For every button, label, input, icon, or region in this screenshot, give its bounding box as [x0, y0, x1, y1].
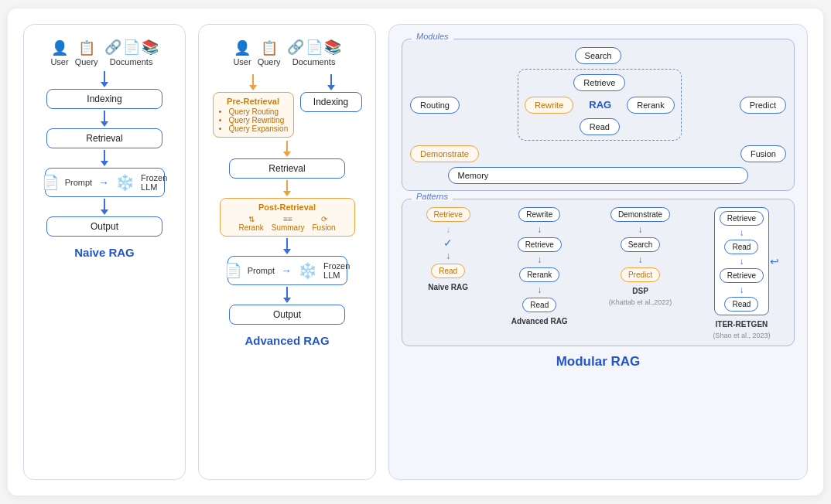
advanced-input-row: 👤 User 📋 Query 🔗 📄 📚 Documents	[233, 39, 340, 66]
middle-row: Rewrite RAG Rerank	[525, 96, 675, 114]
pat-iter-retrieve2: Retrieve	[720, 268, 764, 283]
predict-module: Predict	[740, 97, 786, 114]
adv-output-box: Output	[229, 305, 345, 325]
doc-icon-2: 📄	[123, 39, 140, 56]
naive-rag-title: Naive RAG	[74, 246, 135, 259]
prompt-icon: 📄	[42, 174, 59, 191]
adv-doc-icon-2: 📄	[306, 39, 323, 56]
retrieve-module: Retrieve	[573, 74, 625, 91]
pat-dsp-demonstrate: Demonstrate	[610, 207, 670, 222]
pre-retrieval-box: Pre-Retrieval Query Routing Query Rewrit…	[213, 92, 294, 138]
query-icon: 📋	[78, 41, 95, 55]
patterns-section: Patterns Retrieve ↓ ✓ ↓ Read Naive RAG R…	[402, 199, 795, 346]
adv-user-icon: 👤	[234, 41, 251, 55]
adv-prompt-label: Prompt	[248, 266, 275, 275]
adv-user-label: User	[233, 57, 251, 66]
adv-snowflake-icon: ❄️	[298, 261, 317, 280]
pat-adv-title: Advanced RAG	[511, 317, 568, 325]
modules-section: Modules Search Routing Retrieve Rewrite	[402, 39, 795, 191]
pat-iter-title: ITER-RETGEN	[716, 320, 768, 329]
rerank-icon: ⇅	[248, 215, 255, 223]
pat-iter-read2: Read	[724, 297, 758, 312]
user-input: 👤 User	[50, 41, 68, 66]
arrow-2	[101, 111, 108, 127]
arrow-right: →	[98, 176, 109, 189]
pat-adv-rewrite: Rewrite	[518, 207, 560, 222]
adv-user-input: 👤 User	[233, 41, 251, 66]
post-items-row: ⇅ Rerank ≡≡ Summary ⟳ Fusion	[227, 215, 348, 232]
patterns-label: Patterns	[412, 192, 453, 201]
pat-dsp-title: DSP	[632, 287, 648, 295]
pat-dsp-subtitle: (Khattab et al.,2022)	[609, 298, 672, 306]
adv-indexing-box: Indexing	[300, 92, 362, 112]
iter-box: Retrieve ↓ Read ↓ Retrieve ↓ Read ↩	[714, 207, 769, 315]
adv-llm-row: 📄 Prompt → ❄️ Frozen LLM	[227, 256, 347, 285]
pattern-naive: Retrieve ↓ ✓ ↓ Read Naive RAG	[426, 207, 470, 339]
rag-center: RAG	[580, 96, 621, 114]
demonstrate-module: Demonstrate	[410, 145, 479, 162]
pat-naive-read: Read	[431, 264, 465, 278]
adv-prompt-icon: 📄	[224, 262, 241, 279]
pat-naive-check: ✓	[443, 237, 453, 248]
adv-frozen-llm-label: Frozen LLM	[323, 261, 350, 280]
adv-docs-icons: 🔗 📄 📚	[287, 39, 341, 56]
advanced-rag-title: Advanced RAG	[245, 334, 329, 347]
docs-icons: 🔗 📄 📚	[104, 39, 159, 56]
naive-rag-panel: 👤 User 📋 Query 🔗 📄 📚 Documents Indexing	[23, 24, 186, 480]
pat-adv-rerank: Rerank	[519, 267, 559, 282]
output-box: Output	[46, 216, 162, 237]
modules-row-4: Memory	[410, 167, 786, 184]
modules-row-3: Demonstrate Fusion	[410, 145, 786, 162]
post-summary: ≡≡ Summary	[272, 215, 305, 232]
inner-dashed-area: Retrieve Rewrite RAG Rerank Read	[518, 69, 682, 141]
pat-iter-arrow2: ↓	[739, 257, 744, 266]
pat-adv-retrieve: Retrieve	[518, 237, 562, 252]
pat-naive-arrow1: ↓	[446, 225, 450, 234]
pre-item-1: Query Routing	[229, 107, 287, 116]
doc-icon-1: 🔗	[104, 39, 121, 56]
pat-iter-arrow1: ↓	[739, 228, 744, 237]
pat-adv-arrow2: ↓	[537, 255, 542, 264]
search-module: Search	[575, 47, 622, 64]
iter-loop-icon: ↩	[770, 255, 779, 267]
doc-icon-3: 📚	[142, 39, 159, 56]
modules-row-2: Routing Retrieve Rewrite RAG Rerank Read…	[410, 69, 786, 141]
pat-dsp-arrow1: ↓	[638, 225, 643, 234]
pat-adv-arrow1: ↓	[537, 225, 542, 234]
idx-arrow-down	[327, 74, 335, 90]
pat-iter-retrieve1: Retrieve	[720, 211, 764, 226]
summary-icon: ≡≡	[283, 215, 292, 223]
adv-arrow-3	[283, 180, 291, 196]
adv-docs-label: Documents	[292, 57, 336, 66]
pat-dsp-arrow2: ↓	[638, 255, 643, 264]
modular-content: Modules Search Routing Retrieve Rewrite	[402, 39, 795, 346]
post-rerank: ⇅ Rerank	[238, 215, 263, 232]
fusion-icon: ⟳	[321, 215, 327, 223]
rerank-label: Rerank	[238, 223, 263, 232]
adv-retrieval-box: Retrieval	[229, 158, 345, 179]
adv-query-label: Query	[258, 57, 281, 66]
summary-label: Summary	[272, 223, 305, 232]
pat-iter-arrow3: ↓	[739, 285, 744, 295]
prompt-label: Prompt	[65, 178, 92, 187]
pat-dsp-search: Search	[621, 237, 661, 252]
pre-arrow-down	[249, 74, 257, 90]
advanced-rag-panel: 👤 User 📋 Query 🔗 📄 📚 Documents	[198, 24, 376, 480]
adv-docs-input: 🔗 📄 📚 Documents	[287, 39, 341, 66]
pat-naive-title: Naive RAG	[428, 283, 468, 291]
query-input: 📋 Query	[75, 41, 98, 66]
pre-item-3: Query Expansion	[229, 124, 287, 133]
modules-grid: Search Routing Retrieve Rewrite RAG Rera…	[410, 47, 786, 184]
docs-input: 🔗 📄 📚 Documents	[104, 39, 159, 66]
pat-iter-read1: Read	[724, 240, 758, 254]
pre-retrieval-col: Pre-Retrieval Query Routing Query Rewrit…	[213, 73, 294, 138]
user-icon: 👤	[51, 41, 68, 55]
frozen-llm-label: Frozen LLM	[141, 173, 167, 192]
retrieval-box: Retrieval	[46, 128, 162, 148]
pattern-dsp: Demonstrate ↓ Search ↓ Predict DSP (Khat…	[609, 207, 672, 339]
pat-adv-read: Read	[522, 298, 556, 312]
adv-doc-icon-3: 📚	[324, 39, 341, 56]
rerank-module: Rerank	[627, 97, 674, 114]
pre-retrieval-items: Query Routing Query Rewriting Query Expa…	[220, 107, 287, 133]
arrow-4	[101, 199, 108, 215]
